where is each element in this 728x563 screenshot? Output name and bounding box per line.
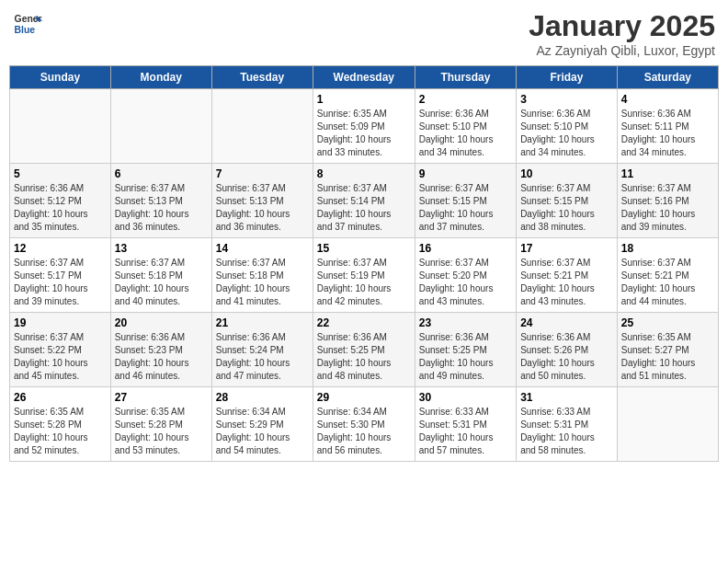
day-number: 29 — [317, 391, 411, 404]
calendar-cell: 4Sunrise: 6:36 AM Sunset: 5:11 PM Daylig… — [617, 89, 718, 164]
day-number: 21 — [216, 316, 309, 329]
day-number: 16 — [419, 242, 512, 255]
title-block: January 2025 Az Zayniyah Qibli, Luxor, E… — [529, 9, 715, 58]
day-detail: Sunrise: 6:36 AM Sunset: 5:23 PM Dayligh… — [115, 331, 208, 383]
day-detail: Sunrise: 6:36 AM Sunset: 5:10 PM Dayligh… — [419, 108, 512, 159]
day-detail: Sunrise: 6:37 AM Sunset: 5:14 PM Dayligh… — [317, 182, 411, 234]
calendar-cell: 5Sunrise: 6:36 AM Sunset: 5:12 PM Daylig… — [10, 164, 111, 238]
day-detail: Sunrise: 6:36 AM Sunset: 5:25 PM Dayligh… — [419, 331, 512, 383]
weekday-header-monday: Monday — [110, 66, 211, 89]
day-number: 6 — [115, 167, 208, 180]
calendar-cell: 7Sunrise: 6:37 AM Sunset: 5:13 PM Daylig… — [211, 164, 313, 238]
calendar-cell: 28Sunrise: 6:34 AM Sunset: 5:29 PM Dayli… — [211, 387, 313, 462]
logo-icon: General Blue — [13, 9, 42, 39]
svg-text:Blue: Blue — [15, 25, 36, 35]
day-number: 7 — [216, 167, 309, 180]
day-detail: Sunrise: 6:36 AM Sunset: 5:24 PM Dayligh… — [216, 331, 309, 383]
day-number: 8 — [317, 167, 411, 180]
day-number: 25 — [621, 316, 714, 329]
day-number: 28 — [216, 391, 309, 404]
calendar-cell: 22Sunrise: 6:36 AM Sunset: 5:25 PM Dayli… — [313, 313, 415, 387]
calendar-cell: 12Sunrise: 6:37 AM Sunset: 5:17 PM Dayli… — [10, 238, 111, 313]
calendar-table: SundayMondayTuesdayWednesdayThursdayFrid… — [9, 65, 719, 462]
calendar-cell — [110, 89, 211, 164]
day-number: 13 — [115, 242, 208, 255]
weekday-header-thursday: Thursday — [415, 66, 516, 89]
day-number: 9 — [419, 167, 512, 180]
weekday-header-friday: Friday — [517, 66, 618, 89]
day-detail: Sunrise: 6:35 AM Sunset: 5:09 PM Dayligh… — [317, 108, 411, 159]
day-detail: Sunrise: 6:34 AM Sunset: 5:29 PM Dayligh… — [216, 406, 309, 457]
day-number: 26 — [14, 391, 107, 404]
day-detail: Sunrise: 6:33 AM Sunset: 5:31 PM Dayligh… — [520, 406, 613, 457]
page-header: General Blue January 2025 Az Zayniyah Qi… — [9, 9, 719, 58]
weekday-header-tuesday: Tuesday — [211, 66, 313, 89]
day-number: 4 — [621, 93, 714, 106]
calendar-cell: 2Sunrise: 6:36 AM Sunset: 5:10 PM Daylig… — [415, 89, 516, 164]
day-detail: Sunrise: 6:37 AM Sunset: 5:22 PM Dayligh… — [14, 331, 107, 383]
day-detail: Sunrise: 6:37 AM Sunset: 5:16 PM Dayligh… — [621, 182, 714, 234]
day-number: 20 — [115, 316, 208, 329]
day-number: 27 — [115, 391, 208, 404]
day-detail: Sunrise: 6:35 AM Sunset: 5:28 PM Dayligh… — [115, 406, 208, 457]
calendar-cell: 1Sunrise: 6:35 AM Sunset: 5:09 PM Daylig… — [313, 89, 415, 164]
calendar-cell: 6Sunrise: 6:37 AM Sunset: 5:13 PM Daylig… — [110, 164, 211, 238]
calendar-week-row: 1Sunrise: 6:35 AM Sunset: 5:09 PM Daylig… — [10, 89, 719, 164]
calendar-cell: 26Sunrise: 6:35 AM Sunset: 5:28 PM Dayli… — [10, 387, 111, 462]
calendar-cell: 29Sunrise: 6:34 AM Sunset: 5:30 PM Dayli… — [313, 387, 415, 462]
calendar-cell: 21Sunrise: 6:36 AM Sunset: 5:24 PM Dayli… — [211, 313, 313, 387]
day-number: 14 — [216, 242, 309, 255]
day-detail: Sunrise: 6:36 AM Sunset: 5:25 PM Dayligh… — [317, 331, 411, 383]
day-detail: Sunrise: 6:37 AM Sunset: 5:21 PM Dayligh… — [621, 257, 714, 308]
day-number: 5 — [14, 167, 107, 180]
weekday-header-saturday: Saturday — [617, 66, 718, 89]
day-detail: Sunrise: 6:37 AM Sunset: 5:21 PM Dayligh… — [520, 257, 613, 308]
day-detail: Sunrise: 6:37 AM Sunset: 5:17 PM Dayligh… — [14, 257, 107, 308]
calendar-title: January 2025 — [529, 9, 715, 43]
day-detail: Sunrise: 6:37 AM Sunset: 5:15 PM Dayligh… — [520, 182, 613, 234]
logo: General Blue — [13, 9, 42, 39]
day-number: 22 — [317, 316, 411, 329]
day-number: 10 — [520, 167, 613, 180]
calendar-week-row: 19Sunrise: 6:37 AM Sunset: 5:22 PM Dayli… — [10, 313, 719, 387]
calendar-cell: 30Sunrise: 6:33 AM Sunset: 5:31 PM Dayli… — [415, 387, 516, 462]
day-detail: Sunrise: 6:37 AM Sunset: 5:19 PM Dayligh… — [317, 257, 411, 308]
calendar-cell: 27Sunrise: 6:35 AM Sunset: 5:28 PM Dayli… — [110, 387, 211, 462]
calendar-cell: 11Sunrise: 6:37 AM Sunset: 5:16 PM Dayli… — [617, 164, 718, 238]
calendar-cell: 17Sunrise: 6:37 AM Sunset: 5:21 PM Dayli… — [517, 238, 618, 313]
day-detail: Sunrise: 6:33 AM Sunset: 5:31 PM Dayligh… — [419, 406, 512, 457]
day-number: 19 — [14, 316, 107, 329]
calendar-cell: 19Sunrise: 6:37 AM Sunset: 5:22 PM Dayli… — [10, 313, 111, 387]
calendar-cell — [617, 387, 718, 462]
calendar-cell: 9Sunrise: 6:37 AM Sunset: 5:15 PM Daylig… — [415, 164, 516, 238]
calendar-cell: 16Sunrise: 6:37 AM Sunset: 5:20 PM Dayli… — [415, 238, 516, 313]
weekday-header-row: SundayMondayTuesdayWednesdayThursdayFrid… — [10, 66, 719, 89]
day-number: 17 — [520, 242, 613, 255]
day-detail: Sunrise: 6:35 AM Sunset: 5:27 PM Dayligh… — [621, 331, 714, 383]
day-number: 15 — [317, 242, 411, 255]
calendar-cell: 14Sunrise: 6:37 AM Sunset: 5:18 PM Dayli… — [211, 238, 313, 313]
calendar-cell: 10Sunrise: 6:37 AM Sunset: 5:15 PM Dayli… — [517, 164, 618, 238]
calendar-cell: 3Sunrise: 6:36 AM Sunset: 5:10 PM Daylig… — [517, 89, 618, 164]
day-detail: Sunrise: 6:37 AM Sunset: 5:13 PM Dayligh… — [216, 182, 309, 234]
calendar-cell — [10, 89, 111, 164]
calendar-cell: 25Sunrise: 6:35 AM Sunset: 5:27 PM Dayli… — [617, 313, 718, 387]
day-number: 2 — [419, 93, 512, 106]
day-detail: Sunrise: 6:37 AM Sunset: 5:20 PM Dayligh… — [419, 257, 512, 308]
day-number: 30 — [419, 391, 512, 404]
day-detail: Sunrise: 6:36 AM Sunset: 5:10 PM Dayligh… — [520, 108, 613, 159]
day-detail: Sunrise: 6:36 AM Sunset: 5:12 PM Dayligh… — [14, 182, 107, 234]
day-number: 12 — [14, 242, 107, 255]
weekday-header-wednesday: Wednesday — [313, 66, 415, 89]
calendar-cell: 31Sunrise: 6:33 AM Sunset: 5:31 PM Dayli… — [517, 387, 618, 462]
weekday-header-sunday: Sunday — [10, 66, 111, 89]
day-detail: Sunrise: 6:35 AM Sunset: 5:28 PM Dayligh… — [14, 406, 107, 457]
day-detail: Sunrise: 6:36 AM Sunset: 5:11 PM Dayligh… — [621, 108, 714, 159]
day-number: 18 — [621, 242, 714, 255]
calendar-week-row: 5Sunrise: 6:36 AM Sunset: 5:12 PM Daylig… — [10, 164, 719, 238]
day-detail: Sunrise: 6:37 AM Sunset: 5:18 PM Dayligh… — [115, 257, 208, 308]
day-number: 31 — [520, 391, 613, 404]
calendar-cell: 23Sunrise: 6:36 AM Sunset: 5:25 PM Dayli… — [415, 313, 516, 387]
day-detail: Sunrise: 6:37 AM Sunset: 5:15 PM Dayligh… — [419, 182, 512, 234]
day-number: 1 — [317, 93, 411, 106]
